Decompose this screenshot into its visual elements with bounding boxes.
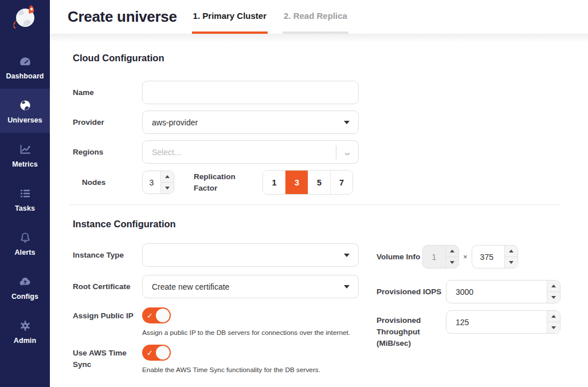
header-shadow [50, 34, 588, 42]
universe-name-input[interactable] [142, 81, 359, 104]
sidebar-item-alerts[interactable]: Alerts [0, 221, 50, 265]
name-label: Name [73, 87, 142, 98]
replication-factor-option-3[interactable]: 3 [285, 171, 308, 194]
sidebar-item-label: Alerts [14, 248, 35, 256]
volume-size-stepper [472, 245, 518, 268]
sidebar-item-configs[interactable]: Configs [0, 265, 50, 309]
nodes-stepper [142, 171, 174, 194]
nodes-decrement-button[interactable] [161, 182, 174, 194]
planet-rocket-logo-icon [10, 3, 40, 33]
volume-count-input [423, 246, 445, 268]
check-icon: ✓ [147, 349, 153, 357]
root-certificate-value: Create new certificate [152, 282, 229, 291]
regions-label: Regions [73, 147, 142, 158]
tab-read-replica[interactable]: 2. Read Replica [283, 0, 348, 34]
nodes-increment-button[interactable] [161, 171, 174, 182]
cloud-configuration-heading: Cloud Configuration [73, 53, 559, 64]
replication-factor-option-5[interactable]: 5 [308, 171, 330, 194]
volume-size-input[interactable] [472, 246, 504, 268]
chevron-down-icon [344, 254, 350, 257]
chevron-down-icon [344, 285, 350, 289]
use-aws-time-sync-row: Use AWS Time Sync ✓ Enable the AWS Time … [73, 345, 377, 374]
sidebar-item-dashboard[interactable]: Dashboard [0, 45, 50, 89]
root-certificate-dropdown[interactable]: Create new certificate [142, 275, 359, 298]
sidebar-item-label: Admin [14, 337, 36, 345]
root-certificate-label: Root Certificate [73, 281, 142, 293]
form-content: Cloud Configuration Name Provider aws-pr… [50, 42, 588, 387]
instance-type-label: Instance Type [73, 250, 142, 261]
instance-type-dropdown[interactable] [142, 243, 359, 267]
replication-factor-option-7[interactable]: 7 [330, 171, 352, 194]
sidebar-item-label: Dashboard [6, 72, 44, 80]
toggle-knob [156, 309, 170, 322]
nodes-input[interactable] [143, 171, 160, 194]
volume-info-row: Volume Info × [377, 245, 560, 268]
volume-size-increment-button[interactable] [505, 246, 518, 256]
assign-public-ip-row: Assign Public IP ✓ Assign a public IP to… [73, 307, 377, 337]
instance-type-row: Instance Type [73, 243, 377, 267]
nodes-label: Nodes [73, 177, 142, 188]
root-certificate-row: Root Certificate Create new certificate [73, 275, 377, 298]
main-panel: Create universe 1. Primary Cluster 2. Re… [50, 0, 588, 387]
sidebar-item-label: Universes [7, 116, 42, 124]
provisioned-iops-label: Provisioned IOPS [377, 286, 446, 298]
universe-icon [18, 98, 32, 113]
iops-increment-button[interactable] [547, 281, 560, 291]
volume-size-decrement-button[interactable] [505, 256, 518, 268]
provisioned-throughput-input[interactable] [446, 311, 547, 333]
replication-factor-group: 1 3 5 7 [262, 170, 353, 195]
volume-count-decrement-button [446, 256, 458, 268]
assign-public-ip-label: Assign Public IP [73, 307, 142, 322]
sidebar-item-metrics[interactable]: Metrics [0, 133, 50, 177]
regions-placeholder: Select... [143, 148, 336, 157]
app-window: Dashboard Universes [0, 0, 588, 387]
provisioned-iops-stepper [446, 280, 560, 303]
dashboard-icon [18, 54, 32, 69]
use-aws-time-sync-label: Use AWS Time Sync [73, 345, 142, 370]
admin-icon [18, 318, 32, 333]
sidebar-nav: Dashboard Universes [0, 45, 50, 353]
regions-multiselect[interactable]: Select... ⌄ [142, 140, 359, 164]
volume-info-label: Volume Info [377, 251, 422, 263]
wizard-tabs: 1. Primary Cluster 2. Read Replica [192, 0, 363, 34]
nodes-row: Nodes Replication Factor 1 3 5 [73, 170, 559, 195]
chevron-down-icon: ⌄ [332, 147, 362, 157]
provider-dropdown[interactable]: aws-provider [142, 110, 359, 134]
instance-configuration-heading: Instance Configuration [73, 219, 559, 230]
use-aws-time-sync-help-text: Enable the AWS Time Sync functionality f… [142, 366, 359, 374]
chevron-down-icon [344, 121, 350, 124]
replication-factor-label: Replication Factor [194, 171, 250, 194]
sidebar-item-admin[interactable]: Admin [0, 309, 50, 353]
iops-decrement-button[interactable] [547, 291, 560, 303]
page-title: Create universe [68, 8, 177, 26]
use-aws-time-sync-toggle[interactable]: ✓ [142, 345, 171, 361]
configs-icon [18, 274, 32, 289]
provisioned-throughput-stepper [446, 310, 560, 334]
check-icon: ✓ [147, 312, 153, 319]
alerts-icon [18, 230, 32, 245]
tab-primary-cluster[interactable]: 1. Primary Cluster [192, 0, 268, 34]
sidebar-item-label: Tasks [15, 204, 35, 212]
provisioned-iops-row: Provisioned IOPS [377, 280, 560, 303]
provisioned-throughput-label: Provisioned Throughput (MiB/sec) [377, 310, 446, 349]
section-divider [69, 204, 559, 205]
regions-row: Regions Select... ⌄ [73, 140, 559, 164]
tasks-icon [18, 186, 32, 201]
metrics-icon [18, 142, 32, 157]
instance-config-right-column: Volume Info × [377, 243, 560, 380]
provider-row: Provider aws-provider [73, 110, 559, 134]
throughput-increment-button[interactable] [547, 311, 560, 322]
multiply-symbol: × [463, 252, 468, 261]
sidebar-item-universes[interactable]: Universes [0, 89, 50, 133]
assign-public-ip-toggle[interactable]: ✓ [142, 307, 171, 323]
volume-count-increment-button [446, 246, 458, 256]
volume-count-stepper [422, 245, 459, 268]
provider-value: aws-provider [152, 118, 198, 127]
sidebar-item-tasks[interactable]: Tasks [0, 177, 50, 221]
throughput-decrement-button[interactable] [547, 322, 560, 333]
provisioned-iops-input[interactable] [446, 281, 547, 303]
provisioned-throughput-row: Provisioned Throughput (MiB/sec) [377, 310, 560, 349]
toggle-knob [156, 346, 170, 360]
app-logo[interactable] [0, 0, 50, 35]
replication-factor-option-1[interactable]: 1 [263, 171, 285, 194]
